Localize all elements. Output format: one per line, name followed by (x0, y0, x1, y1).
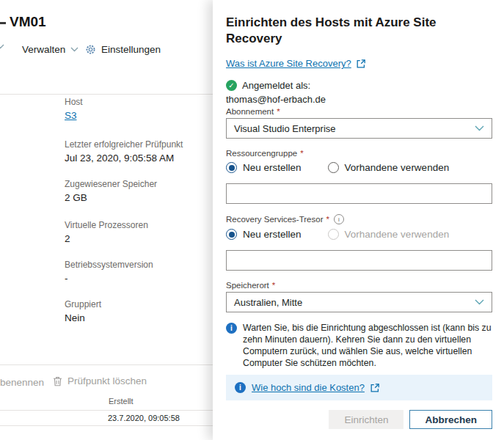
vault-name-input[interactable] (226, 250, 492, 271)
radio-selected-icon (226, 229, 237, 240)
radio-label: Neu erstellen (243, 229, 302, 240)
external-link-icon (370, 384, 379, 392)
chevron-down-icon (70, 47, 78, 52)
detail-value: 2 GB (65, 192, 157, 203)
learn-more-row: Was ist Azure Site Recovery? (226, 58, 492, 69)
resource-group-radio-group: Neu erstellen Vorhandene verwenden (226, 162, 492, 173)
delete-checkpoint-button[interactable]: Prüfpunkt löschen (53, 375, 147, 386)
wait-note-text: Warten Sie, bis die Einrichtung abgeschl… (243, 322, 492, 369)
detail-os-version: Betriebssystemversion - (65, 260, 153, 284)
detail-last-checkpoint: Letzter erfolgreicher Prüfpunkt Jul 23, … (65, 139, 183, 164)
radio-label: Neu erstellen (243, 162, 302, 173)
table-header-divider (0, 410, 213, 411)
detail-clustered: Gruppiert Nein (65, 299, 101, 323)
trash-icon (53, 376, 62, 386)
panel-title: Einrichten des Hosts mit Azure Site Reco… (226, 15, 492, 47)
subscription-select[interactable]: Visual Studio Enterprise (226, 118, 492, 139)
vm-detail-page: VM01 Verwalten Einstellungen Host S3 Let… (0, 0, 213, 440)
detail-host: Host S3 (65, 97, 83, 121)
panel-footer: Einrichten Abbrechen (226, 410, 492, 429)
column-header-created: Erstellt (109, 397, 134, 406)
detail-label: Gruppiert (65, 299, 101, 309)
back-arrow-fragment (0, 22, 6, 24)
cost-info-box: i Wie hoch sind die Kosten? (226, 375, 492, 400)
external-link-icon (357, 59, 365, 68)
info-icon: i (235, 382, 246, 393)
vault-new-radio[interactable]: Neu erstellen (226, 229, 302, 240)
detail-label: Letzter erfolgreicher Prüfpunkt (65, 139, 183, 150)
vault-radio-group: Neu erstellen Vorhandene verwenden (226, 229, 492, 240)
vault-existing-radio: Vorhandene verwenden (328, 229, 450, 240)
resource-group-label: Ressourcengruppe* (226, 149, 492, 158)
signed-in-label: Angemeldet als: (242, 80, 310, 91)
cost-link[interactable]: Wie hoch sind die Kosten? (252, 382, 365, 393)
section-divider (0, 364, 213, 365)
settings-label: Einstellungen (101, 44, 161, 55)
chevron-down-icon (0, 44, 4, 49)
signed-in-email: thomas@hof-erbach.de (226, 94, 492, 105)
detail-label: Betriebssystemversion (65, 260, 153, 270)
detail-label: Virtuelle Prozessoren (65, 220, 148, 230)
radio-selected-icon (226, 162, 237, 173)
page-title: VM01 (10, 14, 46, 30)
chevron-down-icon (475, 299, 484, 305)
resource-group-new-radio[interactable]: Neu erstellen (226, 162, 302, 173)
wait-note: i Warten Sie, bis die Einrichtung abgesc… (226, 322, 492, 369)
subscription-label: Abonnement* (226, 107, 492, 116)
detail-label: Host (65, 97, 83, 107)
required-marker: * (300, 149, 303, 158)
manage-menu-button[interactable]: Verwalten (22, 44, 78, 55)
signed-in-status: ✓ Angemeldet als: (226, 80, 492, 91)
delete-checkpoint-label: Prüfpunkt löschen (67, 375, 147, 386)
detail-label: Zugewiesener Speicher (65, 179, 157, 189)
rename-label: benennen (0, 377, 44, 388)
detail-virtual-processors: Virtuelle Prozessoren 2 (65, 220, 148, 244)
check-circle-icon: ✓ (226, 80, 237, 91)
vault-label: Recovery Services-Tresor* i (226, 214, 492, 224)
radio-unselected-icon (328, 162, 339, 173)
radio-label: Vorhandene verwenden (345, 162, 450, 173)
detail-value: - (65, 273, 153, 284)
table-row-divider (0, 425, 213, 426)
azure-site-recovery-panel: Einrichten des Hosts mit Azure Site Reco… (213, 0, 504, 440)
info-icon: i (226, 323, 237, 334)
resource-group-existing-radio[interactable]: Vorhandene verwenden (328, 162, 450, 173)
radio-label: Vorhandene verwenden (345, 229, 450, 240)
rename-checkpoint-button[interactable]: benennen (0, 377, 44, 388)
detail-value: Jul 23, 2020, 9:05:58 AM (65, 153, 183, 164)
location-selected-value: Australien, Mitte (234, 297, 302, 308)
resource-group-name-input[interactable] (226, 183, 492, 204)
detail-assigned-memory: Zugewiesener Speicher 2 GB (65, 179, 157, 203)
host-link[interactable]: S3 (65, 110, 77, 121)
required-marker: * (277, 107, 280, 116)
subscription-selected-value: Visual Studio Enterprise (234, 123, 336, 134)
detail-value: Nein (65, 312, 101, 323)
location-select[interactable]: Australien, Mitte (226, 292, 492, 312)
required-marker: * (272, 281, 275, 290)
learn-more-link[interactable]: Was ist Azure Site Recovery? (226, 58, 351, 69)
radio-disabled-icon (328, 229, 339, 240)
required-marker: * (326, 215, 329, 224)
cancel-button[interactable]: Abbrechen (409, 410, 492, 429)
gear-icon (85, 44, 96, 55)
detail-value: 2 (65, 233, 148, 244)
toolbar-more-menu[interactable] (0, 44, 4, 49)
chevron-down-icon (475, 125, 484, 131)
setup-button[interactable]: Einrichten (329, 410, 403, 429)
info-tooltip-icon[interactable]: i (334, 214, 344, 224)
manage-menu-label: Verwalten (22, 44, 65, 55)
toolbar-divider (0, 94, 213, 95)
settings-button[interactable]: Einstellungen (85, 44, 161, 55)
location-label: Speicherort* (226, 281, 492, 290)
table-row[interactable]: 23.7.2020, 09:05:58 (108, 414, 180, 422)
